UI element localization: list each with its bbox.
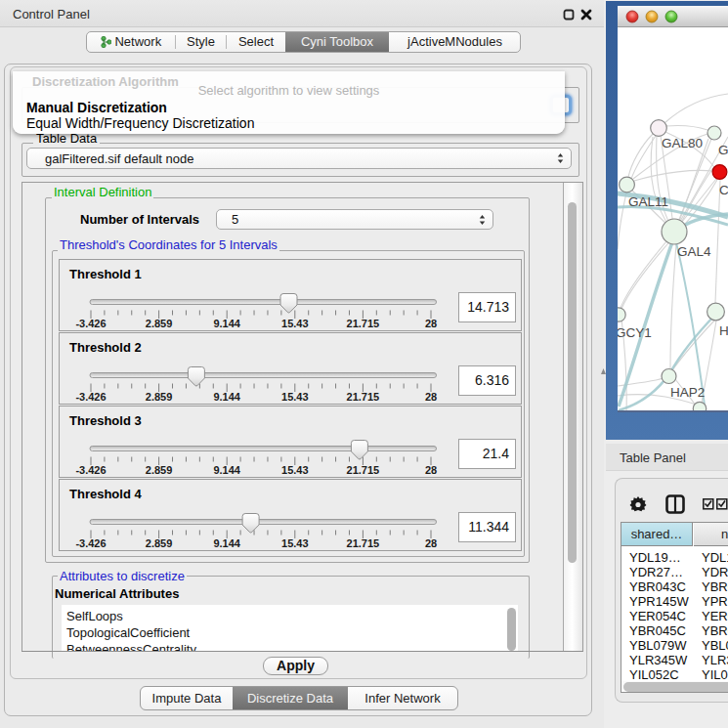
svg-text:C: C (719, 183, 728, 197)
svg-text:H: H (719, 323, 728, 338)
svg-text:21.715: 21.715 (347, 318, 380, 329)
svg-text:HAP2: HAP2 (670, 385, 705, 400)
svg-text:28: 28 (425, 391, 437, 403)
svg-text:21.715: 21.715 (347, 391, 380, 403)
svg-text:21.715: 21.715 (347, 537, 380, 549)
svg-text:9.144: 9.144 (213, 391, 240, 403)
svg-text:GA: GA (718, 143, 728, 157)
svg-text:9.144: 9.144 (213, 464, 240, 476)
svg-text:-3.426: -3.426 (75, 537, 106, 549)
svg-text:9.144: 9.144 (213, 537, 240, 549)
svg-text:21.715: 21.715 (347, 464, 380, 476)
svg-text:GCY1: GCY1 (618, 325, 652, 340)
svg-text:9.144: 9.144 (213, 318, 240, 329)
svg-text:GAL11: GAL11 (628, 194, 668, 209)
svg-text:15.43: 15.43 (281, 391, 309, 403)
svg-text:-3.426: -3.426 (75, 318, 106, 329)
svg-text:28: 28 (425, 537, 437, 549)
svg-text:15.43: 15.43 (281, 537, 309, 549)
svg-text:28: 28 (425, 464, 437, 476)
svg-text:15.43: 15.43 (281, 318, 309, 329)
svg-text:2.859: 2.859 (146, 318, 173, 329)
svg-text:2.859: 2.859 (146, 391, 173, 403)
svg-text:2.859: 2.859 (146, 464, 173, 476)
svg-text:2.859: 2.859 (146, 537, 173, 549)
svg-text:-3.426: -3.426 (75, 391, 106, 403)
svg-text:GAL80: GAL80 (662, 136, 703, 150)
svg-text:28: 28 (425, 318, 437, 329)
svg-text:GAL4: GAL4 (677, 244, 711, 259)
svg-text:15.43: 15.43 (281, 464, 309, 476)
svg-text:-3.426: -3.426 (75, 464, 106, 476)
